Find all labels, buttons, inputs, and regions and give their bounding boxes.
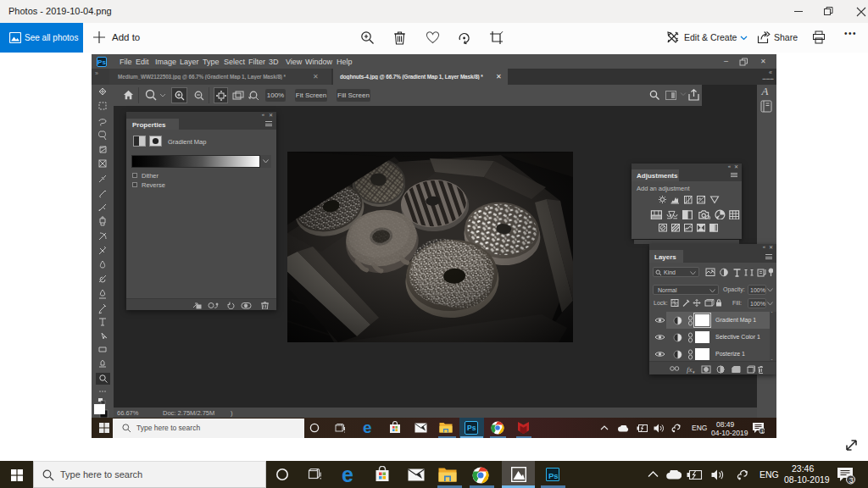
- svg-text:▾: ▾: [693, 369, 695, 374]
- svg-text:fx: fx: [687, 365, 693, 374]
- svg-text:1: 1: [761, 429, 764, 434]
- svg-text:A: A: [761, 85, 769, 97]
- svg-text:3: 3: [849, 476, 854, 485]
